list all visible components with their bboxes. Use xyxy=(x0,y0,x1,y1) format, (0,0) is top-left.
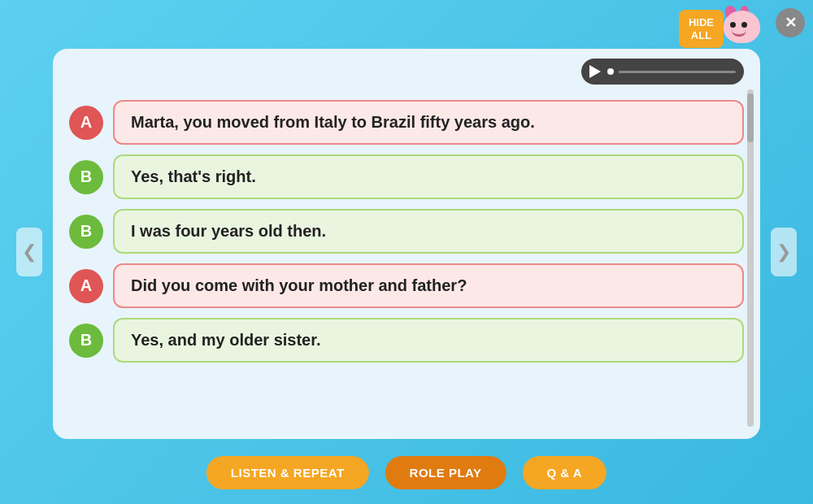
dialogue-bubble-3: I was four years old then. xyxy=(113,209,744,254)
role-play-button[interactable]: ROLE PLAY xyxy=(385,456,506,489)
dialogue-row-3: B I was four years old then. xyxy=(69,209,744,254)
dialogue-row-1: A Marta, you moved from Italy to Brazil … xyxy=(69,100,744,145)
nav-right-arrow[interactable]: ❯ xyxy=(771,228,797,276)
dialogue-row-5: B Yes, and my older sister. xyxy=(69,318,744,363)
speaker-badge-b-3: B xyxy=(69,215,103,249)
mascot-eye-left xyxy=(730,22,736,28)
dialogue-row-2: B Yes, that's right. xyxy=(69,154,744,199)
mascot-eye-right xyxy=(741,22,747,28)
dialogue-list: A Marta, you moved from Italy to Brazil … xyxy=(69,100,744,427)
close-icon: ✕ xyxy=(785,14,797,32)
main-content-box: A Marta, you moved from Italy to Brazil … xyxy=(53,49,760,439)
bottom-buttons: LISTEN & REPEAT ROLE PLAY Q & A xyxy=(207,456,606,489)
mascot xyxy=(720,4,768,53)
speaker-badge-a-1: A xyxy=(69,106,103,140)
speaker-badge-b-5: B xyxy=(69,324,103,358)
mascot-mouth xyxy=(732,30,746,37)
mascot-head xyxy=(724,11,760,43)
background: ✕ HIDE ALL ❮ A Marta, you move xyxy=(0,0,813,504)
speaker-badge-b-2: B xyxy=(69,160,103,194)
listen-repeat-button[interactable]: LISTEN & REPEAT xyxy=(207,456,369,489)
q-and-a-button[interactable]: Q & A xyxy=(523,456,607,489)
audio-progress-dot xyxy=(607,68,614,75)
nav-left-arrow[interactable]: ❮ xyxy=(16,228,42,276)
hide-all-button[interactable]: HIDE ALL xyxy=(679,10,724,48)
dialogue-bubble-5: Yes, and my older sister. xyxy=(113,318,744,363)
hide-all-wrapper: HIDE ALL xyxy=(679,10,724,48)
scrollbar[interactable] xyxy=(747,89,754,427)
close-button[interactable]: ✕ xyxy=(776,8,805,37)
audio-player[interactable] xyxy=(581,59,744,85)
speaker-badge-a-4: A xyxy=(69,269,103,303)
play-icon xyxy=(589,65,601,78)
dialogue-bubble-4: Did you come with your mother and father… xyxy=(113,263,744,308)
dialogue-bubble-2: Yes, that's right. xyxy=(113,154,744,199)
dialogue-bubble-1: Marta, you moved from Italy to Brazil fi… xyxy=(113,100,744,145)
audio-progress-line xyxy=(619,71,736,73)
dialogue-row-4: A Did you come with your mother and fath… xyxy=(69,263,744,308)
scrollbar-thumb xyxy=(747,93,754,142)
